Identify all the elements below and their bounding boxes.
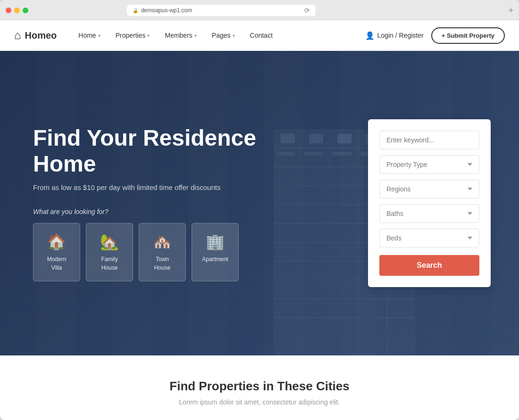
chevron-down-icon: ▾ [194, 33, 197, 38]
villa-icon: 🏠 [41, 233, 72, 251]
nav-item-home[interactable]: Home ▾ [71, 20, 108, 51]
property-type-town-house[interactable]: 🏘️ Town House [139, 223, 186, 281]
user-icon: 👤 [365, 31, 375, 40]
browser-dots [6, 8, 28, 13]
search-panel: Property Type Villa House Apartment Stud… [368, 119, 491, 287]
navbar: ⌂ Homeo Home ▾ Properties ▾ Members ▾ Pa… [0, 20, 519, 51]
beds-select[interactable]: Beds 1 2 3 4+ [379, 229, 479, 247]
nav-item-members[interactable]: Members ▾ [157, 20, 204, 51]
property-type-apartment[interactable]: 🏢 Apartment [192, 223, 239, 281]
hero-subtitle: From as low as $10 per day with limited … [33, 183, 368, 191]
villa-label: Modern Villa [47, 256, 67, 271]
apartment-label: Apartment [202, 256, 228, 263]
lock-icon: 🔒 [133, 8, 138, 13]
family-house-icon: 🏡 [94, 233, 125, 251]
close-dot[interactable] [6, 8, 11, 13]
looking-for-label: What are you looking for? [33, 208, 368, 215]
chevron-down-icon: ▾ [147, 33, 150, 38]
nav-right: 👤 Login / Register + Submit Property [365, 27, 505, 44]
nav-links: Home ▾ Properties ▾ Members ▾ Pages ▾ Co… [71, 20, 365, 51]
logo-icon: ⌂ [14, 29, 21, 42]
page-content: ⌂ Homeo Home ▾ Properties ▾ Members ▾ Pa… [0, 20, 519, 420]
reload-button[interactable]: ⟳ [304, 7, 310, 14]
town-house-icon: 🏘️ [147, 233, 178, 251]
keyword-input[interactable] [379, 131, 479, 149]
property-type-family-house[interactable]: 🏡 Family House [86, 223, 133, 281]
town-house-label: Town House [154, 256, 171, 271]
login-register-link[interactable]: 👤 Login / Register [365, 31, 424, 40]
maximize-dot[interactable] [23, 8, 28, 13]
submit-property-button[interactable]: + Submit Property [431, 27, 505, 44]
new-tab-button[interactable]: + [508, 6, 513, 16]
hero-content: Find Your Residence Home From as low as … [0, 125, 368, 281]
regions-select[interactable]: Regions North South East West [379, 180, 479, 198]
logo-text: Homeo [25, 30, 57, 41]
search-button[interactable]: Search [379, 255, 479, 276]
bottom-subtitle: Lorem ipsum dolor sit amet, consectetur … [14, 398, 505, 406]
nav-item-contact[interactable]: Contact [243, 20, 280, 51]
property-types-grid: 🏠 Modern Villa 🏡 Family House 🏘️ Town Ho… [33, 223, 368, 281]
nav-item-pages[interactable]: Pages ▾ [204, 20, 243, 51]
hero-title: Find Your Residence Home [33, 125, 278, 177]
bottom-section: Find Properties in These Cities Lorem ip… [0, 355, 519, 420]
chevron-down-icon: ▾ [233, 33, 235, 38]
logo-link[interactable]: ⌂ Homeo [14, 29, 57, 42]
address-bar[interactable]: 🔒 demoapus-wp1.com ⟳ [127, 5, 316, 16]
nav-item-properties[interactable]: Properties ▾ [108, 20, 158, 51]
hero-section: Find Your Residence Home From as low as … [0, 51, 519, 355]
url-text: demoapus-wp1.com [141, 7, 192, 14]
minimize-dot[interactable] [14, 8, 20, 13]
bottom-title: Find Properties in These Cities [14, 379, 505, 394]
chevron-down-icon: ▾ [98, 33, 100, 38]
property-type-select[interactable]: Property Type Villa House Apartment Stud… [379, 155, 479, 174]
browser-chrome: 🔒 demoapus-wp1.com ⟳ + [0, 0, 519, 20]
baths-select[interactable]: Baths 1 2 3 4+ [379, 204, 479, 223]
browser-window: 🔒 demoapus-wp1.com ⟳ + ⌂ Homeo Home ▾ Pr… [0, 0, 519, 420]
family-house-label: Family House [101, 256, 117, 271]
apartment-icon: 🏢 [200, 233, 231, 251]
property-type-modern-villa[interactable]: 🏠 Modern Villa [33, 223, 80, 281]
